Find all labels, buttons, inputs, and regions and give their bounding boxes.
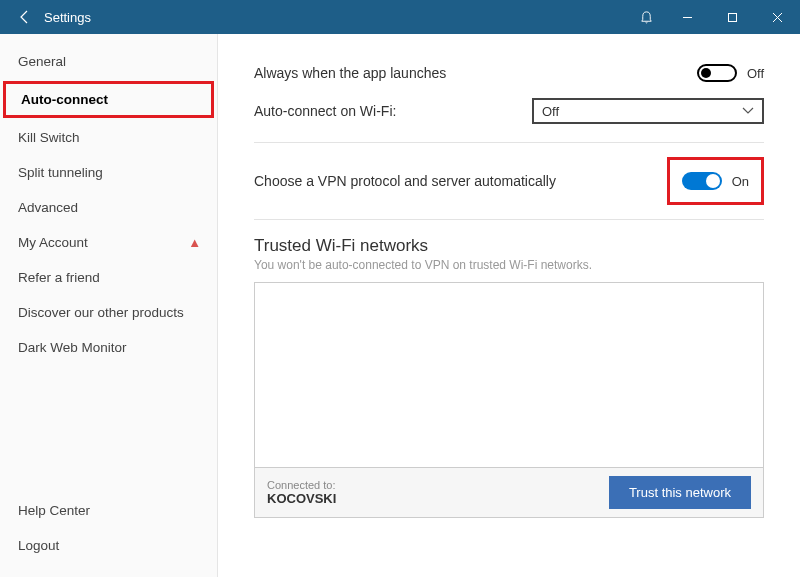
sidebar-item-label: Auto-connect	[21, 92, 108, 107]
setting-label: Choose a VPN protocol and server automat…	[254, 173, 667, 189]
close-button[interactable]	[755, 0, 800, 34]
divider	[254, 219, 764, 220]
notifications-icon[interactable]	[627, 0, 665, 34]
sidebar-item-discover[interactable]: Discover our other products	[0, 295, 217, 330]
sidebar-item-label: Advanced	[18, 200, 78, 215]
sidebar-item-label: Dark Web Monitor	[18, 340, 127, 355]
sidebar-item-help[interactable]: Help Center	[0, 493, 217, 528]
toggle-state: Off	[747, 66, 764, 81]
sidebar-item-advanced[interactable]: Advanced	[0, 190, 217, 225]
sidebar-item-label: Kill Switch	[18, 130, 80, 145]
sidebar-item-label: Logout	[18, 538, 59, 553]
window-title: Settings	[44, 10, 91, 25]
sidebar-item-refer[interactable]: Refer a friend	[0, 260, 217, 295]
trusted-networks-list	[254, 282, 764, 468]
chevron-down-icon	[742, 104, 754, 118]
always-launch-toggle[interactable]: Off	[697, 64, 764, 82]
titlebar: Settings	[0, 0, 800, 34]
connected-label: Connected to:	[267, 479, 336, 491]
sidebar-item-logout[interactable]: Logout	[0, 528, 217, 563]
sidebar-item-split-tunneling[interactable]: Split tunneling	[0, 155, 217, 190]
sidebar-item-label: Help Center	[18, 503, 90, 518]
warning-icon: ▲	[188, 235, 201, 250]
sidebar-item-kill-switch[interactable]: Kill Switch	[0, 120, 217, 155]
setting-label: Auto-connect on Wi-Fi:	[254, 103, 532, 119]
sidebar-item-auto-connect[interactable]: Auto-connect	[3, 81, 214, 118]
sidebar-item-label: Refer a friend	[18, 270, 100, 285]
highlight-annotation: On	[667, 157, 764, 205]
dropdown-value: Off	[542, 104, 559, 119]
sidebar-item-label: General	[18, 54, 66, 69]
wifi-autoconnect-dropdown[interactable]: Off	[532, 98, 764, 124]
toggle-on-icon	[682, 172, 722, 190]
trusted-section-subtitle: You won't be auto-connected to VPN on tr…	[254, 258, 764, 272]
toggle-off-icon	[697, 64, 737, 82]
vpn-auto-toggle[interactable]: On	[682, 172, 749, 190]
content-pane: Always when the app launches Off Auto-co…	[218, 34, 800, 577]
sidebar-item-general[interactable]: General	[0, 44, 217, 79]
trusted-footer: Connected to: KOCOVSKI Trust this networ…	[254, 468, 764, 518]
sidebar-item-darkweb[interactable]: Dark Web Monitor	[0, 330, 217, 365]
setting-vpn-auto: Choose a VPN protocol and server automat…	[254, 149, 764, 213]
back-button[interactable]	[10, 0, 40, 34]
svg-rect-1	[729, 13, 737, 21]
sidebar-item-label: Split tunneling	[18, 165, 103, 180]
sidebar-item-my-account[interactable]: My Account▲	[0, 225, 217, 260]
sidebar-item-label: My Account	[18, 235, 88, 250]
connected-network-name: KOCOVSKI	[267, 491, 336, 506]
setting-wifi-autoconnect: Auto-connect on Wi-Fi: Off	[254, 94, 764, 136]
setting-label: Always when the app launches	[254, 65, 697, 81]
sidebar: GeneralAuto-connectKill SwitchSplit tunn…	[0, 34, 218, 577]
toggle-state: On	[732, 174, 749, 189]
sidebar-item-label: Discover our other products	[18, 305, 184, 320]
trusted-section-title: Trusted Wi-Fi networks	[254, 236, 764, 256]
trust-network-button[interactable]: Trust this network	[609, 476, 751, 509]
maximize-button[interactable]	[710, 0, 755, 34]
divider	[254, 142, 764, 143]
setting-always-launch: Always when the app launches Off	[254, 52, 764, 94]
minimize-button[interactable]	[665, 0, 710, 34]
